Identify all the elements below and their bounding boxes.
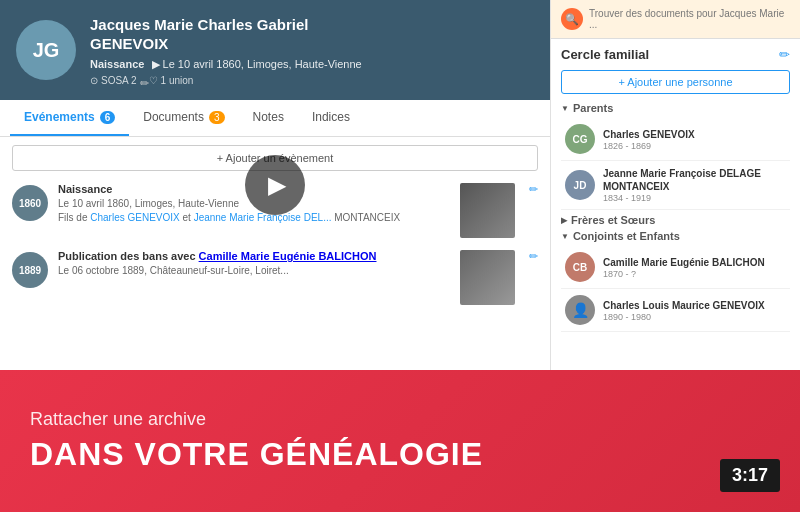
year-badge: 1889 (12, 252, 48, 288)
person-card-charles-louis[interactable]: 👤 Charles Louis Maurice GENEVOIX 1890 - … (561, 289, 790, 332)
tab-documents[interactable]: Documents 3 (129, 100, 238, 136)
event-content: Publication des bans avec Camille Marie … (58, 250, 450, 278)
person-card-charles[interactable]: CG Charles GENEVOIX 1826 - 1869 (561, 118, 790, 161)
person-header: JG Jacques Marie Charles Gabriel GENEVOI… (0, 0, 550, 100)
family-header: Cercle familial ✏ (561, 47, 790, 62)
play-button[interactable]: ▶ (245, 155, 305, 215)
right-panel: 🔍 Trouver des documents pour Jacques Mar… (550, 0, 800, 370)
edit-person-icon[interactable]: ✏ (140, 77, 149, 90)
tab-evenements[interactable]: Evénements 6 (10, 100, 129, 136)
banner-title: DANS VOTRE GÉNÉALOGIE (30, 436, 770, 473)
family-section: Cercle familial ✏ + Ajouter une personne… (551, 39, 800, 344)
birth-line: Naissance ▶ Le 10 avril 1860, Limoges, H… (90, 58, 534, 71)
meta-line: ⊙ SOSA 2 ♡ 1 union (90, 75, 534, 86)
person-avatar: JD (565, 170, 595, 200)
family-edit-icon[interactable]: ✏ (779, 47, 790, 62)
event-item: 1889 Publication des bans avec Camille M… (12, 250, 538, 305)
tab-indices[interactable]: Indices (298, 100, 364, 136)
search-icon: 🔍 (561, 8, 583, 30)
event-edit-icon[interactable]: ✏ (529, 183, 538, 196)
link-camille[interactable]: Camille Marie Eugénie BALICHON (199, 250, 377, 262)
add-person-button[interactable]: + Ajouter une personne (561, 70, 790, 94)
bottom-banner: Rattacher une archive DANS VOTRE GÉNÉALO… (0, 370, 800, 512)
parents-header[interactable]: ▼ Parents (561, 102, 790, 114)
link-jeanne[interactable]: Jeanne Marie Françoise DEL... (194, 212, 332, 223)
person-card-jeanne[interactable]: JD Jeanne Marie Françoise DELAGE MONTANC… (561, 161, 790, 210)
tab-bar: Evénements 6 Documents 3 Notes Indices (0, 100, 550, 137)
family-group-parents: ▼ Parents CG Charles GENEVOIX 1826 - 186… (561, 102, 790, 210)
duration-badge: 3:17 (720, 459, 780, 492)
year-badge: 1860 (12, 185, 48, 221)
siblings-header[interactable]: ▶ Frères et Sœurs (561, 214, 790, 226)
tab-notes[interactable]: Notes (239, 100, 298, 136)
family-group-siblings: ▶ Frères et Sœurs (561, 214, 790, 226)
person-avatar: 👤 (565, 295, 595, 325)
person-avatar: CG (565, 124, 595, 154)
banner-subtitle: Rattacher une archive (30, 409, 770, 430)
person-info: Jacques Marie Charles Gabriel GENEVOIX N… (90, 15, 534, 86)
children-header[interactable]: ▼ Conjoints et Enfants (561, 230, 790, 242)
search-bar[interactable]: 🔍 Trouver des documents pour Jacques Mar… (551, 0, 800, 39)
person-card-camille[interactable]: CB Camille Marie Eugénie BALICHON 1870 -… (561, 246, 790, 289)
person-name: Jacques Marie Charles Gabriel GENEVOIX (90, 15, 534, 54)
event-thumbnail (460, 250, 515, 305)
event-thumbnail (460, 183, 515, 238)
family-group-children: ▼ Conjoints et Enfants CB Camille Marie … (561, 230, 790, 332)
avatar: JG (16, 20, 76, 80)
event-edit-icon[interactable]: ✏ (529, 250, 538, 263)
person-avatar: CB (565, 252, 595, 282)
link-charles[interactable]: Charles GENEVOIX (90, 212, 179, 223)
play-icon: ▶ (268, 171, 286, 199)
